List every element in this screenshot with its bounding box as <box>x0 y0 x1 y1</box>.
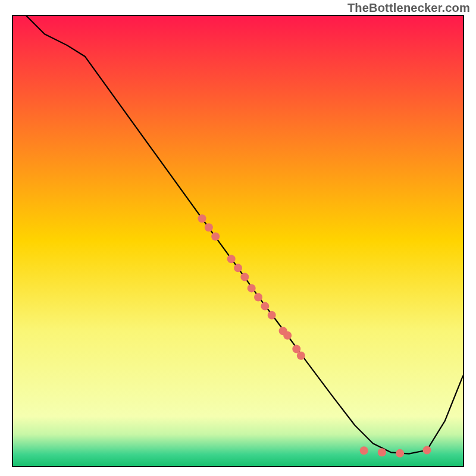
data-point <box>283 331 292 340</box>
chart-frame: TheBottlenecker.com <box>0 0 476 476</box>
line-chart-svg <box>13 16 463 466</box>
data-point <box>248 284 256 292</box>
data-point <box>198 214 206 223</box>
data-point <box>240 273 249 281</box>
data-point <box>261 302 269 311</box>
data-point <box>297 352 305 360</box>
data-point <box>268 311 276 320</box>
data-point <box>227 255 236 263</box>
data-point <box>423 446 431 455</box>
data-point <box>360 446 368 455</box>
data-point <box>205 223 213 231</box>
data-point <box>396 449 404 458</box>
data-point <box>378 448 386 456</box>
plot-area <box>12 15 464 467</box>
gradient-background <box>13 16 463 466</box>
data-point <box>234 264 242 272</box>
data-point <box>254 293 262 302</box>
data-point <box>211 232 220 240</box>
watermark-text: TheBottlenecker.com <box>347 1 470 15</box>
